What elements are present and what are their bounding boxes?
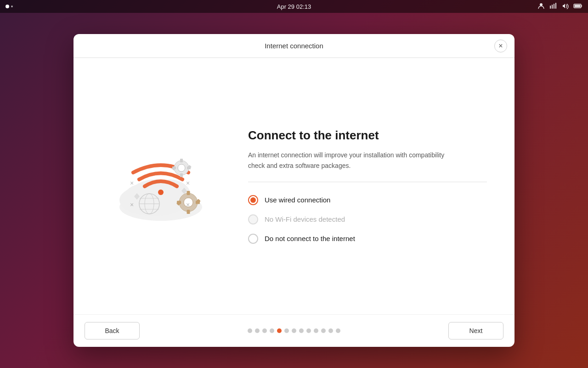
option-no-connect[interactable]: Do not connect to the internet xyxy=(248,234,487,244)
svg-rect-21 xyxy=(180,173,183,177)
svg-point-17 xyxy=(158,190,164,195)
svg-rect-3 xyxy=(554,4,554,9)
svg-point-19 xyxy=(178,164,185,172)
dot-11 xyxy=(321,328,326,333)
radio-no-connect[interactable] xyxy=(248,234,258,244)
option-no-connect-label: Do not connect to the internet xyxy=(265,235,355,242)
dot-8 xyxy=(299,328,304,333)
option-wifi-label: No Wi-Fi devices detected xyxy=(265,215,345,223)
dialog-header: Internet connection × xyxy=(74,34,514,58)
dot-2 xyxy=(255,328,260,333)
svg-text:×: × xyxy=(186,179,190,187)
app-dot xyxy=(6,5,9,8)
svg-rect-1 xyxy=(550,6,551,9)
taskbar: Apr 29 02:13 xyxy=(0,0,588,13)
radio-group: Use wired connection No Wi-Fi devices de… xyxy=(248,195,487,244)
sound-icon[interactable] xyxy=(561,2,569,11)
radio-wifi xyxy=(248,214,258,224)
taskbar-datetime: Apr 29 02:13 xyxy=(277,3,311,10)
svg-rect-2 xyxy=(552,5,553,9)
svg-rect-29 xyxy=(187,210,190,214)
svg-rect-20 xyxy=(180,159,183,162)
dot-7 xyxy=(292,328,296,333)
app-dot-2 xyxy=(11,6,13,7)
dot-6 xyxy=(284,328,289,333)
taskbar-right xyxy=(537,2,582,11)
next-button[interactable]: Next xyxy=(448,322,503,339)
person-icon[interactable] xyxy=(537,2,545,11)
option-wired-label: Use wired connection xyxy=(265,196,330,204)
dot-10 xyxy=(314,328,318,333)
dialog-backdrop: Internet connection × xyxy=(0,13,588,368)
page-description: An internet connection will improve your… xyxy=(248,150,459,171)
dot-3 xyxy=(262,328,267,333)
dot-9 xyxy=(306,328,311,333)
divider xyxy=(248,182,487,182)
battery-icon[interactable] xyxy=(573,3,582,10)
svg-text:×: × xyxy=(186,201,190,208)
svg-rect-28 xyxy=(187,191,190,195)
close-button[interactable]: × xyxy=(494,40,507,52)
svg-text:×: × xyxy=(130,201,134,208)
option-wired[interactable]: Use wired connection xyxy=(248,195,487,205)
option-wifi: No Wi-Fi devices detected xyxy=(248,214,487,224)
back-button[interactable]: Back xyxy=(85,322,140,339)
dialog-footer: Back Next xyxy=(74,314,514,347)
dot-4 xyxy=(270,328,274,333)
taskbar-left xyxy=(6,5,13,8)
svg-rect-6 xyxy=(575,5,581,7)
radio-wired[interactable] xyxy=(248,195,258,205)
illustration: × × × × xyxy=(101,126,220,246)
svg-point-0 xyxy=(540,3,543,6)
app-indicator xyxy=(6,5,13,8)
network-icon[interactable] xyxy=(549,2,557,11)
svg-rect-4 xyxy=(555,3,556,9)
dialog: Internet connection × xyxy=(74,34,514,347)
page-heading: Connect to the internet xyxy=(248,128,487,143)
dot-1 xyxy=(248,328,252,333)
dot-5 xyxy=(277,328,282,333)
dot-12 xyxy=(328,328,333,333)
dialog-content: × × × × Connect to the internet An inter… xyxy=(74,58,514,314)
svg-text:×: × xyxy=(130,179,134,187)
dot-13 xyxy=(336,328,340,333)
right-panel: Connect to the internet An internet conn… xyxy=(248,128,487,244)
dialog-title: Internet connection xyxy=(265,42,323,50)
progress-dots xyxy=(248,328,340,333)
